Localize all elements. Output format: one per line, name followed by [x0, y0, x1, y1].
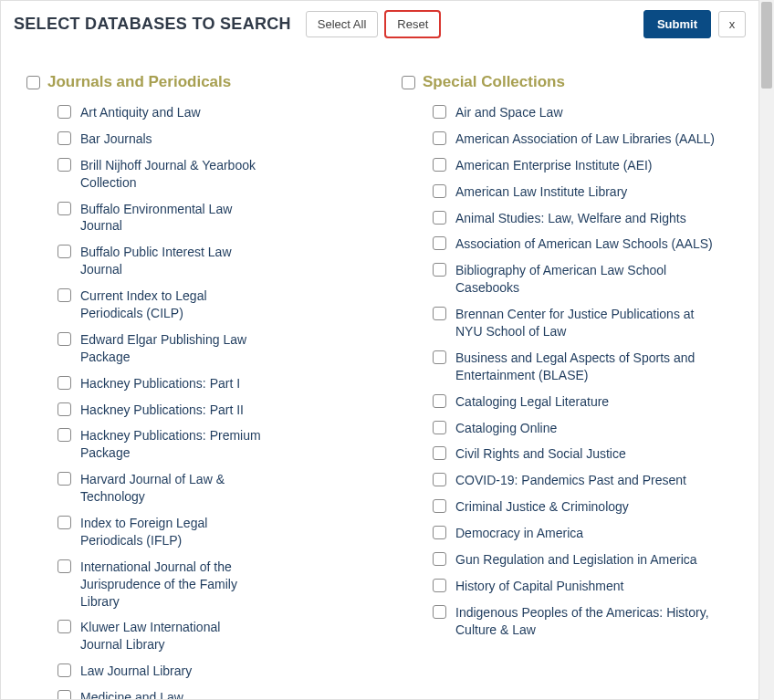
- list-item: Business and Legal Aspects of Sports and…: [433, 350, 746, 384]
- database-label[interactable]: Current Index to Legal Periodicals (CILP…: [80, 287, 261, 322]
- database-checkbox[interactable]: [433, 350, 446, 364]
- database-checkbox[interactable]: [58, 428, 71, 442]
- database-checkbox[interactable]: [433, 579, 446, 592]
- database-label[interactable]: Buffalo Public Interest Law Journal: [80, 244, 261, 278]
- list-item: Cataloging Online: [433, 420, 746, 437]
- database-label[interactable]: Bibliography of American Law School Case…: [455, 262, 718, 297]
- database-label[interactable]: Brill Nijhoff Journal & Yearbook Collect…: [80, 157, 261, 192]
- dialog-container: SELECT DATABASES TO SEARCH Select All Re…: [0, 0, 759, 700]
- list-item: Democracy in America: [433, 525, 746, 542]
- database-label[interactable]: Gun Regulation and Legislation in Americ…: [455, 551, 697, 569]
- close-button[interactable]: x: [718, 11, 746, 37]
- database-label[interactable]: Index to Foreign Legal Periodicals (IFLP…: [80, 515, 261, 549]
- reset-button[interactable]: Reset: [385, 11, 440, 37]
- database-label[interactable]: American Enterprise Institute (AEI): [455, 157, 653, 174]
- database-label[interactable]: Kluwer Law International Journal Library: [80, 619, 261, 653]
- list-item: Civil Rights and Social Justice: [433, 445, 746, 463]
- database-label[interactable]: Medicine and Law: [80, 689, 183, 700]
- group-checkbox-journals[interactable]: [26, 76, 40, 89]
- database-label[interactable]: Bar Journals: [80, 131, 152, 148]
- database-label[interactable]: Hackney Publications: Part II: [80, 402, 244, 419]
- database-checkbox[interactable]: [58, 131, 71, 145]
- database-label[interactable]: Civil Rights and Social Justice: [455, 445, 626, 463]
- database-label[interactable]: Democracy in America: [455, 525, 583, 542]
- database-checkbox[interactable]: [433, 552, 446, 566]
- database-checkbox[interactable]: [58, 516, 71, 529]
- list-item: Air and Space Law: [433, 104, 746, 121]
- database-checkbox[interactable]: [433, 236, 446, 250]
- database-checkbox[interactable]: [433, 499, 446, 513]
- database-checkbox[interactable]: [433, 211, 446, 225]
- database-label[interactable]: Art Antiquity and Law: [80, 104, 201, 121]
- database-label[interactable]: Indigenous Peoples of the Americas: Hist…: [455, 604, 718, 639]
- database-label[interactable]: Criminal Justice & Criminology: [455, 498, 629, 516]
- database-checkbox[interactable]: [433, 307, 446, 320]
- database-label[interactable]: Cataloging Legal Literature: [455, 393, 609, 411]
- group-checkbox-special[interactable]: [402, 76, 415, 89]
- database-label[interactable]: Cataloging Online: [455, 420, 557, 437]
- list-item: American Law Institute Library: [433, 183, 746, 201]
- database-checkbox[interactable]: [58, 402, 71, 416]
- database-checkbox[interactable]: [58, 158, 71, 172]
- database-checkbox[interactable]: [433, 421, 446, 434]
- database-checkbox[interactable]: [58, 663, 71, 677]
- scrollbar-thumb[interactable]: [761, 2, 772, 89]
- database-checkbox[interactable]: [433, 394, 446, 408]
- list-item: Association of American Law Schools (AAL…: [433, 235, 746, 253]
- database-checkbox[interactable]: [58, 620, 71, 633]
- database-label[interactable]: Association of American Law Schools (AAL…: [455, 235, 713, 253]
- database-label[interactable]: American Law Institute Library: [455, 183, 627, 201]
- database-checkbox[interactable]: [58, 105, 71, 119]
- database-checkbox[interactable]: [433, 184, 446, 198]
- database-checkbox[interactable]: [433, 131, 446, 145]
- list-item: Bibliography of American Law School Case…: [433, 262, 746, 297]
- database-checkbox[interactable]: [433, 158, 446, 172]
- submit-button[interactable]: Submit: [643, 10, 711, 38]
- database-label[interactable]: Hackney Publications: Part I: [80, 375, 240, 392]
- list-item: Medicine and Law: [58, 689, 371, 700]
- database-label[interactable]: Law Journal Library: [80, 663, 192, 680]
- database-label[interactable]: Buffalo Environmental Law Journal: [80, 201, 261, 235]
- list-item: Brill Nijhoff Journal & Yearbook Collect…: [58, 157, 371, 192]
- database-checkbox[interactable]: [433, 605, 446, 619]
- dialog-title: SELECT DATABASES TO SEARCH: [14, 15, 291, 34]
- database-checkbox[interactable]: [58, 690, 71, 700]
- scrollbar-track[interactable]: [759, 0, 774, 700]
- database-label[interactable]: COVID-19: Pandemics Past and Present: [455, 472, 686, 489]
- database-checkbox[interactable]: [58, 202, 71, 215]
- list-item: Hackney Publications: Premium Package: [58, 427, 371, 462]
- database-label[interactable]: Harvard Journal of Law & Technology: [80, 471, 261, 506]
- database-label[interactable]: Brennan Center for Justice Publications …: [455, 306, 718, 340]
- database-checkbox[interactable]: [58, 472, 71, 486]
- database-label[interactable]: International Journal of the Jurispruden…: [80, 559, 261, 611]
- database-label[interactable]: Edward Elgar Publishing Law Package: [80, 331, 261, 366]
- database-checkbox[interactable]: [433, 446, 446, 460]
- group-items-journals: Art Antiquity and LawBar JournalsBrill N…: [14, 104, 371, 700]
- database-checkbox[interactable]: [58, 332, 71, 346]
- database-label[interactable]: History of Capital Punishment: [455, 578, 623, 595]
- list-item: Criminal Justice & Criminology: [433, 498, 746, 516]
- list-item: American Association of Law Libraries (A…: [433, 131, 746, 148]
- database-checkbox[interactable]: [58, 376, 71, 390]
- list-item: History of Capital Punishment: [433, 578, 746, 595]
- database-checkbox[interactable]: [58, 245, 71, 258]
- database-label[interactable]: Animal Studies: Law, Welfare and Rights: [455, 210, 686, 227]
- database-label[interactable]: Hackney Publications: Premium Package: [80, 427, 261, 462]
- database-checkbox[interactable]: [433, 105, 446, 119]
- database-columns: Journals and Periodicals Art Antiquity a…: [1, 46, 758, 700]
- list-item: Hackney Publications: Part I: [58, 375, 371, 392]
- database-checkbox[interactable]: [433, 263, 446, 277]
- database-checkbox[interactable]: [58, 559, 71, 573]
- list-item: American Enterprise Institute (AEI): [433, 157, 746, 174]
- select-all-button[interactable]: Select All: [306, 11, 378, 37]
- database-checkbox[interactable]: [433, 473, 446, 486]
- list-item: Cataloging Legal Literature: [433, 393, 746, 411]
- database-label[interactable]: Air and Space Law: [455, 104, 563, 121]
- database-checkbox[interactable]: [58, 288, 71, 302]
- database-label[interactable]: American Association of Law Libraries (A…: [455, 131, 715, 148]
- database-label[interactable]: Business and Legal Aspects of Sports and…: [455, 350, 718, 384]
- list-item: Buffalo Public Interest Law Journal: [58, 244, 371, 278]
- database-checkbox[interactable]: [433, 526, 446, 539]
- list-item: Index to Foreign Legal Periodicals (IFLP…: [58, 515, 371, 549]
- column-journals: Journals and Periodicals Art Antiquity a…: [14, 73, 371, 700]
